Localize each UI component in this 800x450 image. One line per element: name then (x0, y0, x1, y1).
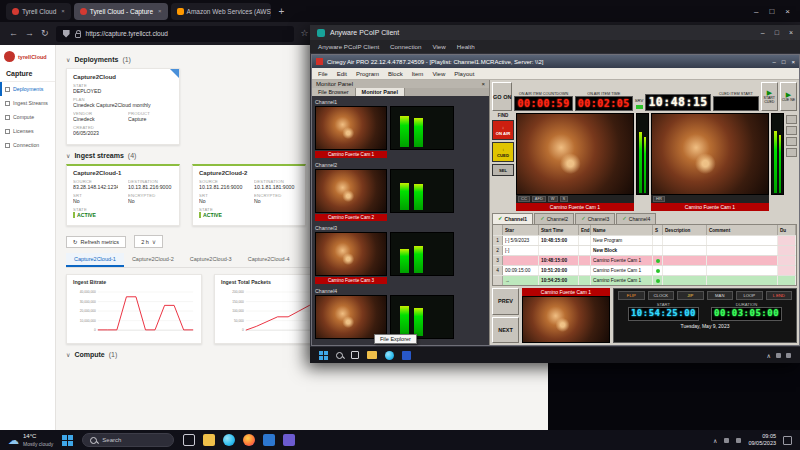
side-tool-button[interactable] (786, 148, 797, 157)
tray-icon[interactable] (724, 438, 729, 443)
address-bar[interactable]: https://capture.tyrellcct.cloud (56, 26, 294, 42)
ingest-card-2[interactable]: Capture2Cloud-2 SOURCE 10.13.81.216:9000… (192, 164, 306, 226)
clock-button[interactable]: CLOCK (648, 291, 675, 300)
bookmark-star-icon[interactable]: ☆ (301, 29, 309, 38)
metrics-tab-2[interactable]: Capture2Cloud-2 (124, 253, 182, 267)
search-input[interactable]: Search (82, 433, 174, 447)
pcoip-menu-item[interactable]: Anyware PCoIP Client (318, 43, 379, 50)
pcoip-title-bar[interactable]: Anyware PCoIP Client – □ × (310, 25, 800, 40)
metrics-tab-4[interactable]: Capture2Cloud-4 (240, 253, 298, 267)
explorer-icon[interactable] (203, 434, 215, 446)
remote-edge-icon[interactable] (385, 351, 394, 360)
notification-icon[interactable] (783, 436, 792, 445)
playlist-row-1[interactable]: 1 [-] 5/9/2023 10:48:15:00 New Program (493, 235, 796, 245)
playlist-row-2[interactable]: 2 [-] New Block (493, 245, 796, 255)
refresh-metrics-button[interactable]: ↻ Refresh metrics (66, 236, 126, 248)
col-description[interactable]: Description (663, 225, 707, 235)
pcoip-menu-item[interactable]: Connection (390, 43, 421, 50)
sidebar-item-deployments[interactable]: Deployments (0, 82, 55, 96)
tab-monitor-panel[interactable]: Monitor Panel (356, 88, 405, 96)
remote-tray-icon[interactable] (786, 353, 791, 358)
channel-video-thumbnail[interactable] (315, 295, 387, 339)
tray-icon[interactable] (736, 438, 741, 443)
remote-tray-chevron-icon[interactable]: ∧ (767, 352, 771, 359)
sidebar-item-connection[interactable]: Connection (0, 138, 55, 152)
remote-explorer-icon[interactable] (367, 351, 377, 359)
cinegy-menu-item[interactable]: Item (412, 71, 424, 77)
cinegy-title-bar[interactable]: Cinegy Air PRO 22.12.4.4787.24509 - [Pla… (312, 55, 799, 68)
remote-tray-icon[interactable] (776, 353, 781, 358)
playlist-tab-channel1[interactable]: ✓ Channel1 (492, 213, 533, 224)
close-icon[interactable]: × (789, 29, 793, 36)
channel-video-thumbnail[interactable] (315, 106, 387, 150)
time-range-select[interactable]: 2 h ∨ (134, 235, 163, 248)
weather-widget[interactable]: ☁ 14°C Mostly cloudy (8, 433, 53, 446)
flip-button[interactable]: FLIP (618, 291, 645, 300)
pcoip-menu-item[interactable]: Health (457, 43, 475, 50)
cinegy-menu-item[interactable]: Edit (337, 71, 347, 77)
prev-button[interactable]: PREV (492, 288, 519, 315)
tracking-shield-icon[interactable] (63, 30, 70, 38)
playlist-tab-channel2[interactable]: ✓ Channel2 (534, 213, 574, 224)
forward-icon[interactable]: → (25, 29, 34, 38)
taskbar-app-icon[interactable] (263, 434, 275, 446)
maximize-icon[interactable]: □ (782, 59, 786, 65)
loop-button[interactable]: LOOP (736, 291, 763, 300)
col-name[interactable]: Name (591, 225, 653, 235)
cinegy-menu-item[interactable]: File (318, 71, 328, 77)
cinegy-menu-item[interactable]: Playout (454, 71, 474, 77)
remote-app-icon[interactable] (402, 351, 411, 360)
cued-button[interactable]: ↓ CUED (492, 142, 514, 162)
sel-button[interactable]: SEL (492, 164, 514, 176)
reload-icon[interactable]: ↻ (41, 29, 49, 38)
side-tool-button[interactable] (786, 126, 797, 135)
col-star[interactable]: Star (503, 225, 539, 235)
tray-chevron-icon[interactable]: ∧ (713, 437, 717, 444)
side-tool-button[interactable] (786, 115, 797, 124)
sidebar-item-licenses[interactable]: Licenses (0, 124, 55, 138)
deployment-card[interactable]: Capture2Cloud STATE DEPLOYED PLAN Cinede… (66, 68, 180, 145)
taskview-icon[interactable] (183, 434, 195, 446)
taskbar-clock[interactable]: 09:05 09/05/2023 (748, 433, 776, 447)
side-tool-button[interactable] (786, 137, 797, 146)
metrics-tab-1[interactable]: Capture2Cloud-1 (66, 253, 124, 267)
playlist-tab-channel4[interactable]: ✓ Channel4 (616, 213, 656, 224)
channel-video-thumbnail[interactable] (315, 169, 387, 213)
cue-next-button[interactable]: ▶ CUE NE (780, 82, 797, 111)
ingest-card-1[interactable]: Capture2Cloud-1 SOURCE 83.28.148.142:123… (66, 164, 180, 226)
next-button[interactable]: NEXT (492, 317, 519, 344)
col-comment[interactable]: Comment (707, 225, 778, 235)
col-start-time[interactable]: Start Time (539, 225, 579, 235)
brand-logo[interactable]: tyrellCloud (0, 45, 55, 66)
pcoip-menu-item[interactable]: View (432, 43, 445, 50)
cinegy-menu-item[interactable]: View (432, 71, 445, 77)
remote-start-icon[interactable] (319, 351, 328, 360)
onair-button[interactable]: ↓ ON AIR (492, 120, 514, 140)
edge-icon[interactable] (223, 434, 235, 446)
tab-close-icon[interactable]: × (61, 8, 65, 14)
man-button[interactable]: MAN (707, 291, 734, 300)
url-text[interactable]: https://capture.tyrellcct.cloud (86, 30, 168, 37)
cinegy-menu-item[interactable]: Block (388, 71, 403, 77)
jip-button[interactable]: JIP (677, 291, 704, 300)
cinegy-menu-item[interactable]: Program (356, 71, 379, 77)
channel-video-thumbnail[interactable] (315, 232, 387, 276)
new-tab-button[interactable]: + (279, 6, 285, 17)
back-icon[interactable]: ← (9, 29, 18, 38)
go-on-button[interactable]: GO ON (492, 82, 512, 111)
tab-close-icon[interactable]: × (158, 8, 162, 14)
col-s[interactable]: S (653, 225, 663, 235)
col-end[interactable]: End (579, 225, 591, 235)
minimize-icon[interactable]: – (773, 59, 776, 65)
sidebar-item-ingest-streams[interactable]: Ingest Streams (0, 96, 55, 110)
close-icon[interactable]: × (791, 59, 795, 65)
playlist-row-4[interactable]: 4 00:09:15:00 10:51:20:00 Camino Fuente … (493, 265, 796, 275)
start-button[interactable] (62, 435, 73, 446)
playlist-row-3-onair[interactable]: 3 10:48:15:00 Camino Fuente Cam 1 (493, 255, 796, 265)
maximize-icon[interactable]: □ (769, 7, 774, 16)
col-duration[interactable]: Du (778, 225, 796, 235)
taskbar-app-icon[interactable] (283, 434, 295, 446)
playlist-row-5-cued[interactable]: → 10:54:25:00 Camino Fuente Cam 1 (493, 275, 796, 285)
close-icon[interactable]: × (785, 7, 790, 16)
tab-tyrell-cloud[interactable]: Tyrell Cloud × (6, 3, 71, 20)
